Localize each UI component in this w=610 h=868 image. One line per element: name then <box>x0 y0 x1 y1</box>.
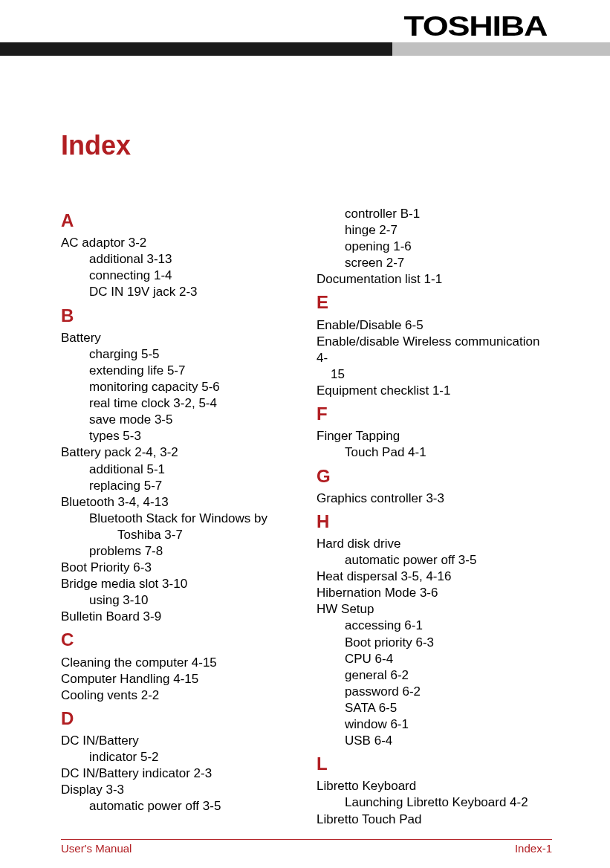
index-column-right: controller B-1hinge 2-7opening 1-6screen… <box>317 206 550 828</box>
index-entry: Libretto Keyboard <box>317 778 550 794</box>
footer-right: Index-1 <box>515 842 552 855</box>
index-subentry: save mode 3-5 <box>89 412 294 428</box>
index-entry: Bulletin Board 3-9 <box>61 609 294 625</box>
index-subentry: 15 <box>331 366 550 383</box>
index-entry: Cooling vents 2-2 <box>61 687 294 704</box>
index-subentry: DC IN 19V jack 2-3 <box>89 284 294 300</box>
index-columns: AAC adaptor 3-2additional 3-13connecting… <box>61 206 550 828</box>
index-entry: HW Setup <box>317 601 550 618</box>
index-entry: Battery pack 2-4, 3-2 <box>61 444 294 461</box>
index-subentry: automatic power off 3-5 <box>345 552 550 569</box>
index-entry: Enable/Disable 6-5 <box>317 317 550 334</box>
index-subentry: types 5-3 <box>89 428 294 444</box>
index-subentry: real time clock 3-2, 5-4 <box>89 395 294 412</box>
index-entry: Boot Priority 6-3 <box>61 560 294 576</box>
index-entry: Hard disk drive <box>317 536 550 552</box>
index-subentry: accessing 6-1 <box>345 618 550 634</box>
index-entry: Hibernation Mode 3-6 <box>317 585 550 601</box>
content-area: Index AAC adaptor 3-2additional 3-13conn… <box>61 130 550 828</box>
index-subentry: additional 3-13 <box>89 251 294 268</box>
index-subentry: screen 2-7 <box>345 255 550 271</box>
index-letter: B <box>61 304 294 327</box>
index-subentry: USB 6-4 <box>345 733 550 749</box>
index-column-left: AAC adaptor 3-2additional 3-13connecting… <box>61 206 294 828</box>
index-subentry: automatic power off 3-5 <box>89 798 294 814</box>
footer-left: User's Manual <box>61 842 132 855</box>
index-entry: Graphics controller 3-3 <box>317 490 550 507</box>
brand-logo: TOSHIBA <box>403 11 547 42</box>
index-subentry: window 6-1 <box>345 716 550 733</box>
index-entry: Bluetooth 3-4, 4-13 <box>61 494 294 511</box>
index-subentry: SATA 6-5 <box>345 700 550 716</box>
index-subentry: general 6-2 <box>345 667 550 684</box>
index-letter: C <box>61 628 294 651</box>
index-subentry: connecting 1-4 <box>89 268 294 284</box>
index-letter: E <box>317 291 550 314</box>
index-subentry: indicator 5-2 <box>89 749 294 765</box>
index-entry: DC IN/Battery <box>61 733 294 749</box>
index-subentry: Bluetooth Stack for Windows by <box>89 511 294 527</box>
index-letter: G <box>317 464 550 488</box>
index-entry: Cleaning the computer 4-15 <box>61 655 294 671</box>
index-letter: D <box>61 707 294 730</box>
index-entry: Equipment checklist 1-1 <box>317 383 550 399</box>
index-entry: Libretto Touch Pad <box>317 812 550 828</box>
index-entry: Documentation list 1-1 <box>317 271 550 288</box>
index-subentry: additional 5-1 <box>89 461 294 478</box>
index-letter: L <box>317 752 550 775</box>
index-subentry: problems 7-8 <box>89 543 294 560</box>
index-entry: Computer Handling 4-15 <box>61 671 294 687</box>
header-band-light <box>392 42 610 56</box>
index-subentry: controller B-1 <box>345 206 550 222</box>
index-subentry: password 6-2 <box>345 684 550 700</box>
index-subentry: extending life 5-7 <box>89 363 294 379</box>
index-subentry: hinge 2-7 <box>345 222 550 239</box>
index-subentry: replacing 5-7 <box>89 478 294 494</box>
index-entry: DC IN/Battery indicator 2-3 <box>61 765 294 782</box>
index-subentry: CPU 6-4 <box>345 651 550 667</box>
index-entry: AC adaptor 3-2 <box>61 235 294 251</box>
index-letter: A <box>61 209 294 232</box>
index-subentry: charging 5-5 <box>89 346 294 363</box>
index-subentry: Toshiba 3-7 <box>117 527 294 543</box>
header-band-dark <box>0 42 392 56</box>
index-letter: F <box>317 402 550 425</box>
index-entry: Battery <box>61 330 294 346</box>
index-subentry: monitoring capacity 5-6 <box>89 379 294 395</box>
index-entry: Bridge media slot 3-10 <box>61 576 294 592</box>
index-letter: H <box>317 510 550 533</box>
index-entry: Finger Tapping <box>317 428 550 444</box>
index-subentry: using 3-10 <box>89 592 294 609</box>
index-entry: Enable/disable Wireless communication 4- <box>317 334 550 366</box>
index-subentry: Launching Libretto Keyboard 4-2 <box>345 794 550 811</box>
index-subentry: Touch Pad 4-1 <box>345 444 550 461</box>
header-band <box>0 42 610 56</box>
index-entry: Heat dispersal 3-5, 4-16 <box>317 569 550 585</box>
index-subentry: opening 1-6 <box>345 239 550 255</box>
index-entry: Display 3-3 <box>61 782 294 798</box>
footer: User's Manual Index-1 <box>61 839 552 855</box>
index-subentry: Boot priority 6-3 <box>345 635 550 651</box>
page-title: Index <box>61 130 550 161</box>
